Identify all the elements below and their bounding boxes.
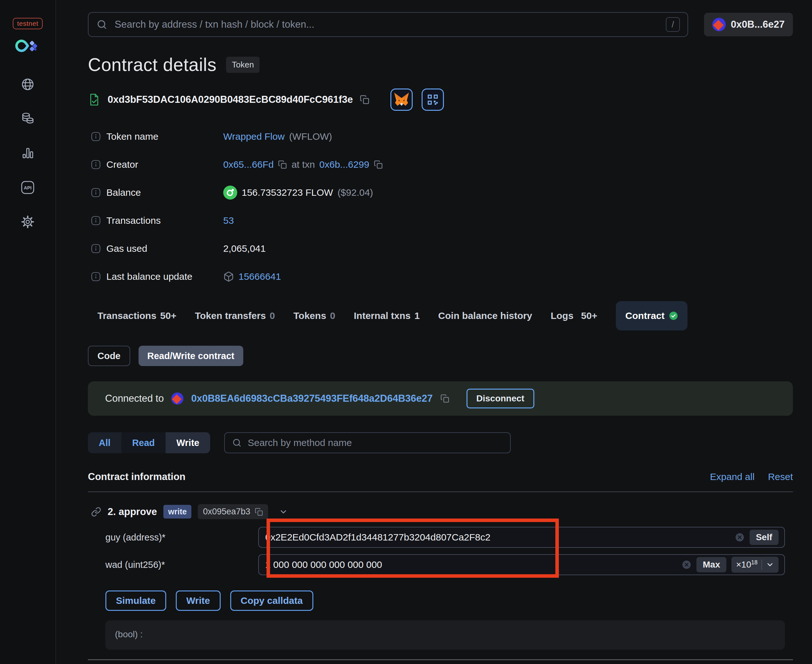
wad-field-label: wad (uint256)* xyxy=(88,560,258,570)
contract-address-row: 0xd3bF53DAC106A0290B0483EcBC89d40FcC961f… xyxy=(88,88,793,111)
method-type-segmented-control: All Read Write xyxy=(88,432,210,453)
wad-amount-input[interactable] xyxy=(265,559,677,570)
info-label-text: Token name xyxy=(106,131,158,142)
tab-tokens[interactable]: Tokens 0 xyxy=(293,310,336,321)
app-logo[interactable] xyxy=(15,37,40,54)
collapse-method-chevron-icon[interactable] xyxy=(279,508,288,516)
simulate-button[interactable]: Simulate xyxy=(105,591,166,611)
copy-address-icon[interactable] xyxy=(360,95,369,104)
tab-logs[interactable]: Logs 50+ xyxy=(551,310,597,321)
sidebar-nav: API xyxy=(20,77,35,229)
contract-subtabs: Code Read/Write contract xyxy=(88,346,793,366)
info-icon xyxy=(91,216,101,225)
contract-info-list: Token name Wrapped Flow (WFLOW) Creator … xyxy=(88,129,793,285)
search-input[interactable] xyxy=(114,18,659,31)
write-button[interactable]: Write xyxy=(176,591,220,611)
link-anchor-icon[interactable] xyxy=(91,507,101,517)
tab-transactions[interactable]: Transactions 50+ xyxy=(98,310,176,321)
method-search[interactable] xyxy=(224,432,511,453)
tab-token-transfers[interactable]: Token transfers 0 xyxy=(195,310,275,321)
sidebar-item-tokens[interactable] xyxy=(20,111,35,126)
creation-txn-link[interactable]: 0x6b...6299 xyxy=(320,159,369,170)
tab-internal-txns[interactable]: Internal txns 1 xyxy=(354,310,420,321)
segment-read[interactable]: Read xyxy=(121,432,166,453)
disconnect-button[interactable]: Disconnect xyxy=(466,389,534,408)
tab-coin-balance-history[interactable]: Coin balance history xyxy=(438,310,532,321)
contract-address: 0xd3bF53DAC106A0290B0483EcBC89d40FcC961f… xyxy=(108,94,353,105)
gas-used-value: 2,065,041 xyxy=(223,243,266,254)
add-to-metamask-button[interactable] xyxy=(390,88,413,111)
account-address: 0x0B...6e27 xyxy=(731,19,784,30)
qr-code-button[interactable] xyxy=(422,88,444,111)
multiplier-dropdown[interactable]: ×1018 xyxy=(731,557,779,572)
svg-text:API: API xyxy=(24,185,31,190)
account-button[interactable]: 0x0B...6e27 xyxy=(704,13,793,36)
info-row-transactions: Transactions 53 xyxy=(88,213,793,229)
self-button[interactable]: Self xyxy=(750,530,779,545)
chevron-down-icon xyxy=(766,561,774,569)
method-search-input[interactable] xyxy=(247,437,503,449)
info-label-text: Last balance update xyxy=(106,271,192,282)
at-txn-text: at txn xyxy=(291,159,315,170)
last-balance-block-link[interactable]: 15666641 xyxy=(238,271,281,282)
page-title: Contract details xyxy=(88,54,217,75)
bottom-divider xyxy=(88,659,793,660)
tab-count: 50+ xyxy=(581,310,597,321)
global-search[interactable]: / xyxy=(88,12,688,37)
sidebar-item-stats[interactable] xyxy=(20,146,35,160)
method-approve-row[interactable]: 2. approve write 0x095ea7b3 xyxy=(88,504,793,519)
main-content: / 0x0B...6e27 Contract details Token 0xd… xyxy=(56,0,812,664)
clear-wad-icon[interactable] xyxy=(682,560,691,570)
flow-token-icon xyxy=(223,186,237,200)
section-title: Contract information xyxy=(88,471,186,483)
tab-contract[interactable]: Contract xyxy=(616,301,688,330)
clear-guy-icon[interactable] xyxy=(735,532,745,542)
method-selector-pill: 0x095ea7b3 xyxy=(198,504,268,519)
info-label-text: Creator xyxy=(106,159,138,170)
field-row-guy: guy (address)* Self xyxy=(88,527,793,548)
coins-icon xyxy=(20,111,35,126)
info-label-text: Balance xyxy=(106,187,141,198)
method-selector: 0x095ea7b3 xyxy=(203,507,250,517)
info-icon xyxy=(91,132,101,142)
tab-bar: Transactions 50+ Token transfers 0 Token… xyxy=(88,301,793,330)
sidebar-item-network[interactable] xyxy=(20,77,35,92)
method-actions: Simulate Write Copy calldata xyxy=(105,591,793,611)
info-row-token-name: Token name Wrapped Flow (WFLOW) xyxy=(88,129,793,145)
copy-calldata-button[interactable]: Copy calldata xyxy=(230,591,313,611)
reset-link[interactable]: Reset xyxy=(768,472,793,482)
title-row: Contract details Token xyxy=(88,54,793,75)
copy-connected-address-icon[interactable] xyxy=(440,394,449,403)
sidebar-item-api[interactable]: API xyxy=(20,180,35,195)
testnet-badge: testnet xyxy=(13,18,43,29)
metamask-icon xyxy=(393,92,410,107)
subtab-read-write-contract[interactable]: Read/Write contract xyxy=(139,346,243,366)
copy-selector-icon[interactable] xyxy=(255,508,263,516)
guy-address-input[interactable] xyxy=(265,532,730,543)
info-icon xyxy=(91,244,101,253)
copy-txn-icon[interactable] xyxy=(374,160,383,169)
multiplier-exponent: 18 xyxy=(751,559,758,566)
transactions-count-link[interactable]: 53 xyxy=(223,215,234,226)
segment-all[interactable]: All xyxy=(88,432,121,453)
subtab-code[interactable]: Code xyxy=(88,346,130,366)
info-icon xyxy=(91,272,101,282)
tab-count: 0 xyxy=(270,310,275,321)
output-bool-label: (bool) : xyxy=(115,629,143,639)
method-form: guy (address)* Self wad (uint256)* xyxy=(88,527,793,575)
creator-address-link[interactable]: 0x65...66Fd xyxy=(223,159,274,170)
sidebar-item-settings[interactable] xyxy=(20,215,35,229)
segment-write[interactable]: Write xyxy=(166,432,210,453)
max-button[interactable]: Max xyxy=(696,557,726,572)
bar-chart-icon xyxy=(20,146,35,160)
block-cube-icon xyxy=(223,271,234,282)
slash-shortcut-key: / xyxy=(666,17,680,32)
expand-all-link[interactable]: Expand all xyxy=(710,472,755,482)
contract-details-page: testnet xyxy=(0,0,812,664)
token-name-link[interactable]: Wrapped Flow xyxy=(223,131,285,142)
copy-creator-icon[interactable] xyxy=(278,160,287,169)
verified-check-icon xyxy=(669,311,678,320)
connected-address-link[interactable]: 0x0B8EA6d6983cCBa39275493FEf648a2D64B36e… xyxy=(191,393,432,404)
wad-input-wrap: Max ×1018 xyxy=(258,554,785,575)
address-actions xyxy=(390,88,444,111)
